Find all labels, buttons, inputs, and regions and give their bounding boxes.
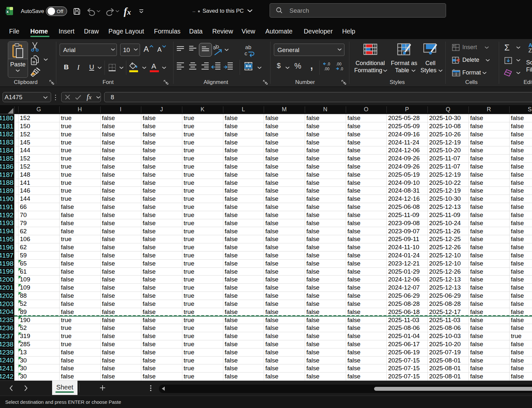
svg-text:.0: .0	[327, 62, 330, 66]
svg-text:.00: .00	[324, 67, 329, 71]
svg-text:x: x	[7, 9, 9, 14]
svg-text:.0: .0	[340, 67, 343, 71]
svg-text:.00: .00	[336, 62, 342, 66]
